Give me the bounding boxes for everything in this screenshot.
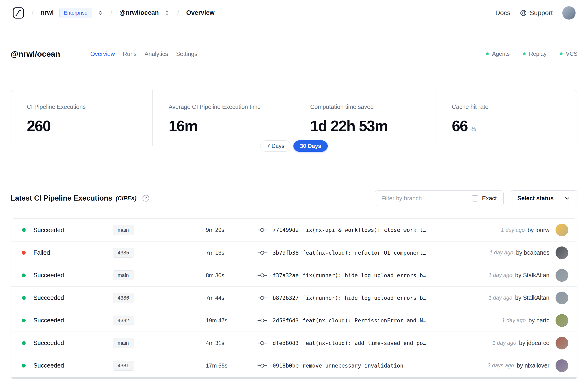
workspace-tab[interactable]: Analytics: [145, 51, 168, 57]
date-range-pill[interactable]: 30 Days: [293, 140, 328, 152]
commit-hash: b8726327: [273, 295, 299, 301]
commit-hash: 771499da: [273, 227, 299, 233]
cipe-branch-cell: main: [113, 338, 134, 348]
workspace-name[interactable]: @nrwl/ocean: [119, 9, 159, 17]
commit-message: feat(nx-cloud): add time-saved end po…: [303, 340, 426, 346]
cipe-status-cell: Succeeded: [22, 227, 113, 234]
user-avatar[interactable]: [562, 6, 576, 20]
cipe-commit-cell: 0918b0be remove unnecessary invalidation: [258, 362, 436, 369]
cipe-duration: 7m 44s: [206, 295, 258, 301]
commit-hash: 3b79fb38: [273, 250, 299, 256]
status-dot-icon: [22, 319, 26, 323]
support-link[interactable]: Support: [520, 9, 553, 17]
cipe-commit-cell: dfed80d3 feat(nx-cloud): add time-saved …: [258, 340, 436, 346]
cipe-author: by StalkAltan: [515, 294, 550, 301]
stat-card: Cache hit rate 66 %: [436, 90, 577, 146]
cipe-author: by nixallover: [517, 362, 550, 369]
cipe-row[interactable]: Succeeded main 4m 31s dfed80d3 feat(nx-c…: [11, 332, 577, 354]
breadcrumb-separator: /: [32, 8, 34, 17]
status-text: Succeeded: [33, 227, 64, 234]
cipe-row[interactable]: Succeeded 4386 7m 44s b8726327 fix(runne…: [11, 286, 577, 309]
cipe-status-cell: Succeeded: [22, 339, 113, 347]
branch-filter-input[interactable]: [375, 191, 465, 206]
service-status-dot-icon: [523, 53, 526, 55]
cipe-author: by lourw: [528, 227, 550, 233]
cipe-row[interactable]: Succeeded main 8m 30s f37a32ae fix(runne…: [11, 264, 577, 286]
stat-label: Average CI Pipeline Execution time: [169, 103, 294, 110]
cipe-time: 1 day ago: [502, 317, 526, 323]
cipe-branch-cell: 4381: [113, 361, 134, 371]
workspace-tab[interactable]: Runs: [123, 51, 136, 57]
author-avatar: [555, 337, 568, 349]
workspace-tab[interactable]: Settings: [176, 51, 197, 57]
org-switcher-icon[interactable]: [97, 10, 103, 16]
service-status[interactable]: VCS: [560, 51, 577, 57]
stat-value: 66: [452, 117, 468, 135]
help-icon[interactable]: ?: [143, 195, 149, 202]
cipes-table: Succeeded main 9m 29s 771499da fix(nx-ap…: [11, 218, 577, 379]
enterprise-badge: Enterprise: [59, 8, 92, 18]
topbar-right: Docs Support: [495, 6, 576, 20]
workspace-switcher-icon[interactable]: [164, 10, 170, 16]
status-dot-icon: [22, 364, 26, 367]
exact-checkbox[interactable]: [472, 195, 478, 202]
author-avatar: [555, 224, 568, 236]
git-commit-icon: [258, 295, 267, 301]
cipe-author: by StalkAltan: [515, 272, 550, 279]
status-text: Succeeded: [33, 362, 64, 369]
breadcrumb-separator: /: [177, 8, 179, 17]
commit-hash: dfed80d3: [273, 340, 299, 346]
cipe-row[interactable]: Failed 4385 7m 13s 3b79fb38 feat(nx-clou…: [11, 241, 577, 264]
cipe-duration: 19m 47s: [206, 317, 258, 324]
cipes-title-note: (CIPEs): [115, 195, 136, 202]
cipe-meta-cell: 1 day ago by StalkAltan: [436, 269, 568, 282]
stat-card: CI Pipeline Executions 260: [11, 90, 152, 146]
commit-hash: 2d58f6d3: [273, 318, 299, 323]
service-status[interactable]: Replay: [523, 51, 547, 57]
date-range-pill[interactable]: 7 Days: [260, 140, 291, 152]
cipe-status-cell: Succeeded: [22, 362, 113, 369]
nx-cloud-logo-icon[interactable]: [12, 7, 24, 19]
cipe-meta-cell: 1 day ago by nartc: [436, 314, 568, 327]
status-dot-icon: [22, 228, 26, 232]
status-text: Succeeded: [33, 294, 64, 302]
cipes-header: Latest CI Pipeline Executions (CIPEs) ? …: [11, 190, 577, 206]
branch-badge: main: [113, 270, 134, 280]
cipe-row[interactable]: Succeeded 4381 17m 55s 0918b0be remove u…: [11, 354, 577, 377]
chevron-down-icon: [564, 195, 570, 202]
cipe-row[interactable]: Succeeded main 9m 29s 771499da fix(nx-ap…: [11, 219, 577, 241]
date-range-toggle: 7 Days 30 Days: [259, 139, 329, 153]
status-dot-icon: [22, 296, 26, 300]
docs-link[interactable]: Docs: [495, 9, 510, 17]
cipe-status-cell: Succeeded: [22, 317, 113, 324]
git-commit-icon: [258, 318, 267, 323]
service-status[interactable]: Agents: [486, 51, 510, 57]
commit-message: fix(runner): hide log upload errors b…: [303, 272, 426, 278]
status-select-button[interactable]: Select status: [511, 190, 577, 206]
cipe-status-cell: Succeeded: [22, 294, 113, 302]
cipe-branch-cell: 4385: [113, 248, 134, 258]
workspace-header: @nrwl/ocean Overview Runs Analytics Sett…: [11, 44, 577, 64]
service-status-label: VCS: [566, 51, 577, 57]
cipe-duration: 4m 31s: [206, 340, 258, 346]
cipe-row[interactable]: Succeeded 4382 19m 47s 2d58f6d3 feat(nx-…: [11, 309, 577, 332]
page-title: @nrwl/ocean: [11, 49, 90, 58]
org-name[interactable]: nrwl: [41, 9, 54, 17]
cipes-controls: Exact Select status: [375, 190, 577, 206]
branch-badge: 4382: [113, 316, 134, 325]
commit-message: fix(runner): hide log upload errors b…: [303, 295, 426, 301]
breadcrumb-page: Overview: [186, 9, 214, 17]
workspace-tab[interactable]: Overview: [90, 51, 115, 57]
cipe-time: 1 day ago: [501, 227, 525, 233]
status-text: Succeeded: [33, 272, 64, 279]
stat-card: Computation time saved 1d 22h 53m: [294, 90, 436, 146]
git-commit-icon: [258, 341, 267, 346]
status-dot-icon: [22, 341, 26, 345]
cipe-branch-cell: main: [113, 270, 134, 280]
stat-value: 260: [27, 117, 51, 135]
author-avatar: [555, 247, 568, 259]
branch-filter-group: Exact: [375, 190, 504, 206]
cipe-meta-cell: 2 days ago by nixallover: [436, 359, 568, 372]
commit-hash: 0918b0be: [273, 362, 299, 369]
service-status-dot-icon: [560, 53, 563, 55]
